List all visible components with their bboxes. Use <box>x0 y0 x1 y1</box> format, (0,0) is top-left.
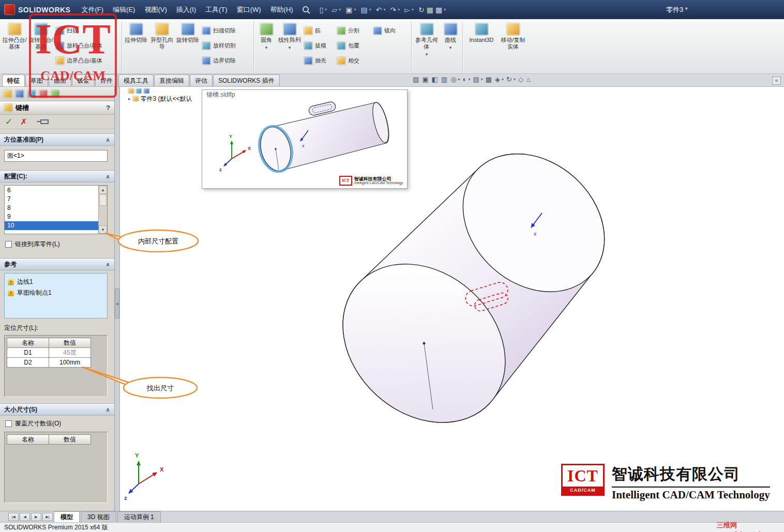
tab-3d-views[interactable]: 3D 视图 <box>81 511 116 522</box>
config-option-10-selected[interactable]: 10 <box>5 221 98 230</box>
ribbon-button-boundary-boss[interactable]: 边界凸台/基体 <box>54 54 120 67</box>
section-view-icon[interactable]: ▥ <box>440 75 449 83</box>
section-references-header[interactable]: 参考 ∧ <box>0 258 114 270</box>
scrollbar-thumb[interactable] <box>99 194 107 206</box>
config-option-7[interactable]: 7 <box>5 195 98 204</box>
ribbon-button-curves[interactable]: 曲线▾ <box>440 21 461 71</box>
edit-appearance-icon[interactable]: ▩ <box>484 75 493 83</box>
ribbon-button-extruded-cut[interactable]: 拉伸切除 <box>124 21 148 71</box>
config-option-8[interactable]: 8 <box>5 204 98 212</box>
hide-show-items-icon[interactable]: ▤ <box>471 75 480 83</box>
save-icon[interactable]: ▣ <box>344 5 353 14</box>
dropdown-caret-icon[interactable]: ▾ <box>339 7 341 12</box>
tab-evaluate[interactable]: 评估 <box>190 74 213 86</box>
select-icon[interactable]: ▻ <box>403 5 411 14</box>
configuration-listbox[interactable]: 6 7 8 9 10 ▲ ▼ <box>4 185 108 234</box>
zoom-fit-icon[interactable]: ▧ <box>411 75 420 83</box>
reference-item-edge[interactable]: ? 边线1 <box>8 277 104 287</box>
view-settings-icon[interactable]: ↻ <box>505 75 514 83</box>
library-feature-preview-window[interactable]: 键槽.sldlfp x Y <box>202 89 408 189</box>
ribbon-button-instant3d[interactable]: Instant3D <box>464 21 499 71</box>
override-dimension-checkbox[interactable]: 覆盖尺寸数值(O) <box>5 419 61 428</box>
tab-weldments[interactable]: 焊件 <box>95 74 118 86</box>
last-tab-button[interactable]: ▶| <box>42 513 53 521</box>
dropdown-caret-icon[interactable]: ▾ <box>514 77 516 82</box>
tab-features[interactable]: 特征 <box>2 74 25 86</box>
collapse-pane-icon[interactable]: « <box>772 77 781 85</box>
options-icon[interactable]: ▩ <box>434 5 443 14</box>
ribbon-button-revolved-cut[interactable]: 旋转切除 <box>175 21 200 71</box>
dropdown-caret-icon[interactable]: ▾ <box>265 44 268 51</box>
feature-tree-root-item[interactable]: ▸ 零件3 (默认<<默认 <box>128 94 201 103</box>
config-option-6[interactable]: 6 <box>5 186 98 195</box>
section-size-header[interactable]: 大小尺寸(S) ∧ <box>0 403 114 416</box>
collapse-chevron-icon[interactable]: ∧ <box>105 406 110 413</box>
tab-surfaces[interactable]: 曲面 <box>49 74 71 86</box>
dropdown-caret-icon[interactable]: ▾ <box>354 7 356 12</box>
ribbon-button-lofted-boss[interactable]: 放样凸台/基体 <box>54 39 120 52</box>
undo-icon[interactable]: ↶ <box>375 5 383 14</box>
panel-splitter[interactable]: ◂ <box>115 87 120 511</box>
dropdown-caret-icon[interactable]: ▾ <box>369 7 371 12</box>
tree-caret-icon[interactable]: ▸ <box>128 96 131 101</box>
menu-window[interactable]: 窗口(W) <box>232 3 266 17</box>
apply-scene-icon[interactable]: ◈ <box>493 75 502 83</box>
previous-tab-button[interactable]: ◀ <box>20 513 30 521</box>
dimension-value-cell[interactable]: 45度 <box>49 348 91 358</box>
view-orientation-icon[interactable]: ◎ <box>449 75 458 83</box>
tree-display-icon[interactable] <box>136 88 142 94</box>
ribbon-button-swept-cut[interactable]: 扫描切除 <box>200 24 252 37</box>
help-icon[interactable]: ? <box>106 104 110 112</box>
ribbon-button-extruded-boss-base[interactable]: 拉伸凸台/基体 <box>1 21 28 71</box>
dropdown-caret-icon[interactable]: ▾ <box>444 7 446 12</box>
rebuild-icon[interactable]: ↻ <box>417 5 426 14</box>
collapse-chevron-icon[interactable]: ∧ <box>105 136 110 143</box>
file-properties-icon[interactable]: ▦ <box>426 5 434 14</box>
scrollbar-track[interactable] <box>99 206 107 225</box>
menu-view[interactable]: 视图(V) <box>140 3 171 17</box>
dropdown-caret-icon[interactable]: ▾ <box>325 7 327 12</box>
menu-tools[interactable]: 工具(T) <box>201 3 232 17</box>
checkbox-box[interactable] <box>5 241 12 248</box>
tab-mold-tools[interactable]: 模具工具 <box>118 74 154 86</box>
new-icon[interactable]: ▯ <box>319 5 325 14</box>
zoom-area-icon[interactable]: ▣ <box>420 75 430 83</box>
propertymanager-tab-icon[interactable] <box>16 90 24 98</box>
tree-filter-icon[interactable] <box>128 88 134 94</box>
dropdown-caret-icon[interactable]: ▾ <box>426 51 428 58</box>
link-to-library-checkbox[interactable]: 链接到库零件(L) <box>5 240 60 249</box>
menu-insert[interactable]: 插入(I) <box>172 3 201 17</box>
ribbon-button-split[interactable]: 分割 <box>335 24 371 37</box>
dropdown-caret-icon[interactable]: ▾ <box>502 77 504 82</box>
dropdown-caret-icon[interactable]: ▾ <box>468 77 470 82</box>
collapse-chevron-icon[interactable]: ∧ <box>105 261 110 268</box>
ok-button[interactable]: ✓ <box>5 116 12 127</box>
scroll-up-icon[interactable]: ▲ <box>99 186 107 194</box>
cancel-button[interactable]: ✗ <box>20 117 27 127</box>
configurationmanager-tab-icon[interactable] <box>27 90 36 98</box>
dropdown-caret-icon[interactable]: ▾ <box>458 77 460 82</box>
ribbon-button-mirror[interactable]: 镜向 <box>371 24 410 37</box>
displaymanager-tab-icon[interactable] <box>51 90 59 98</box>
ribbon-button-rib[interactable]: 筋 <box>302 24 335 37</box>
splitter-handle[interactable]: ◂ <box>115 288 119 318</box>
references-box[interactable]: ? 边线1 ? 草图绘制点1 <box>4 273 108 318</box>
dimxpertmanager-tab-icon[interactable] <box>39 90 48 98</box>
dropdown-caret-icon[interactable]: ▾ <box>398 7 400 12</box>
ribbon-button-wrap[interactable]: 包覆 <box>335 39 371 52</box>
3d-drawing-view-icon[interactable]: ◇ <box>517 75 525 83</box>
search-icon[interactable] <box>302 6 310 14</box>
ribbon-button-intersect[interactable]: 相交 <box>335 54 371 67</box>
ribbon-button-reference-geometry[interactable]: 参考几何体▾ <box>413 21 440 71</box>
ribbon-button-revolved-boss-base[interactable]: 旋转凸台/基体 <box>28 21 54 71</box>
tab-sketch[interactable]: 草图 <box>25 74 48 86</box>
config-option-9[interactable]: 9 <box>5 212 98 221</box>
menu-file[interactable]: 文件(F) <box>77 3 108 17</box>
previous-view-icon[interactable]: ◧ <box>430 75 440 83</box>
dropdown-caret-icon[interactable]: ▾ <box>449 44 452 51</box>
tab-sheet-metal[interactable]: 钣金 <box>72 74 95 86</box>
dropdown-caret-icon[interactable]: ▾ <box>412 7 414 12</box>
rotate-view-icon[interactable]: ⌂ <box>525 75 532 83</box>
dropdown-caret-icon[interactable]: ▾ <box>289 44 291 51</box>
first-tab-button[interactable]: |◀ <box>8 513 19 521</box>
